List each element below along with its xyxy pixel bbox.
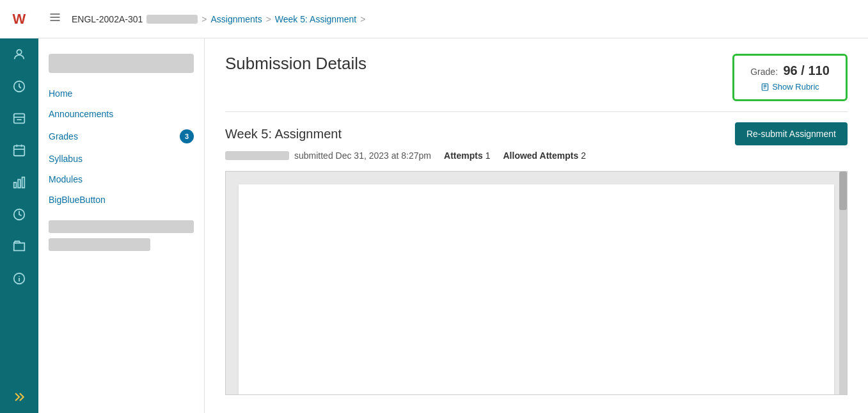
page-content: Submission Details Grade: 96 / 110 Show … [205, 38, 868, 413]
allowed-attempts-label: Allowed Attempts [503, 150, 579, 161]
sidebar-bottom-redacted [49, 220, 194, 251]
sidebar-item-syllabus-label: Syllabus [49, 154, 83, 164]
chart-icon[interactable] [0, 166, 38, 198]
account-icon[interactable] [0, 38, 38, 70]
svg-rect-3 [14, 146, 25, 156]
divider [225, 111, 848, 112]
submission-meta: submitted Dec 31, 2023 at 8:27pm Attempt… [225, 150, 848, 161]
sidebar-item-modules[interactable]: Modules [38, 169, 204, 190]
svg-point-0 [17, 50, 21, 54]
preview-area [225, 171, 848, 395]
assignment-header: Week 5: Assignment Re-submit Assignment [225, 122, 848, 145]
sidebar-redacted-header [49, 54, 194, 73]
topbar: ENGL-2002A-301 > Assignments > Week 5: A… [38, 0, 868, 38]
main-area: ENGL-2002A-301 > Assignments > Week 5: A… [38, 0, 868, 413]
inbox-icon[interactable] [0, 102, 38, 134]
nav-logo[interactable]: W [0, 0, 38, 38]
grade-label: Grade: [750, 67, 778, 77]
sidebar: Home Announcements Grades 3 Syllabus Mod… [38, 38, 205, 413]
assignment-title: Week 5: Assignment [225, 127, 342, 142]
sidebar-item-home[interactable]: Home [38, 83, 204, 104]
sidebar-item-bigbluebutton[interactable]: BigBlueButton [38, 190, 204, 210]
page-title: Submission Details [225, 54, 367, 74]
breadcrumb-assignments-link[interactable]: Assignments [210, 14, 262, 24]
rubric-icon [761, 83, 769, 92]
sidebar-item-syllabus[interactable]: Syllabus [38, 149, 204, 169]
svg-rect-6 [22, 177, 25, 188]
sidebar-item-grades-label: Grades [49, 131, 78, 142]
collapse-nav-icon[interactable] [0, 381, 38, 413]
breadcrumb-sep-2: > [266, 14, 271, 24]
clock-icon[interactable] [0, 70, 38, 102]
sidebar-item-bigbluebutton-label: BigBlueButton [49, 195, 106, 205]
clock2-icon[interactable] [0, 198, 38, 231]
preview-scrollbar[interactable] [839, 172, 847, 394]
breadcrumb-course-id: ENGL-2002A-301 [72, 14, 143, 24]
svg-rect-4 [14, 182, 17, 188]
breadcrumb: ENGL-2002A-301 > Assignments > Week 5: A… [72, 14, 365, 24]
page-header: Submission Details Grade: 96 / 110 Show … [225, 54, 848, 101]
grades-badge: 3 [180, 129, 194, 143]
resubmit-button[interactable]: Re-submit Assignment [735, 122, 848, 145]
calendar-icon[interactable] [0, 134, 38, 166]
submitter-redacted [225, 151, 289, 160]
breadcrumb-assignment-link[interactable]: Week 5: Assignment [275, 14, 356, 24]
svg-rect-2 [14, 114, 25, 124]
allowed-attempts-value: 2 [581, 150, 586, 161]
sidebar-item-announcements[interactable]: Announcements [38, 104, 204, 124]
breadcrumb-redacted-1 [146, 15, 198, 24]
scrollbar-thumb[interactable] [839, 172, 847, 210]
hamburger-icon[interactable] [49, 11, 61, 27]
attempts-label: Attempts [444, 150, 483, 161]
sidebar-item-modules-label: Modules [49, 174, 83, 184]
sidebar-item-grades[interactable]: Grades 3 [38, 124, 204, 149]
content-layout: Home Announcements Grades 3 Syllabus Mod… [38, 38, 868, 413]
preview-document [239, 184, 834, 395]
attempts-value: 1 [485, 150, 491, 161]
submitted-text: submitted Dec 31, 2023 at 8:27pm [294, 150, 431, 161]
nav-bar: W [0, 0, 38, 413]
grade-value: 96 / 110 [783, 63, 829, 77]
breadcrumb-sep-1: > [201, 14, 207, 24]
show-rubric-label: Show Rubric [772, 82, 819, 92]
breadcrumb-sep-3: > [360, 14, 365, 24]
folder-icon[interactable] [0, 231, 38, 263]
grade-box: Grade: 96 / 110 Show Rubric [732, 54, 848, 101]
show-rubric-button[interactable]: Show Rubric [747, 82, 833, 92]
svg-rect-5 [18, 179, 20, 188]
sidebar-item-announcements-label: Announcements [49, 109, 113, 119]
info-icon[interactable] [0, 263, 38, 295]
sidebar-item-home-label: Home [49, 88, 72, 99]
